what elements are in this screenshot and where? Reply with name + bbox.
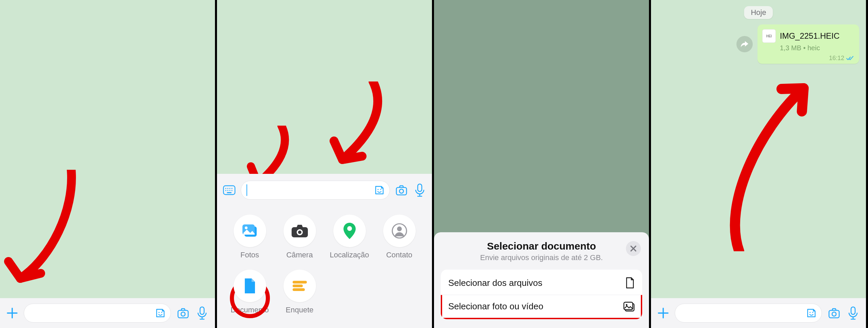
sticker-icon[interactable] xyxy=(374,185,385,196)
message-text-input[interactable] xyxy=(675,304,822,323)
svg-point-16 xyxy=(380,189,381,190)
read-ticks-icon xyxy=(846,56,854,61)
attach-document[interactable]: Documento xyxy=(226,270,273,314)
document-action-sheet: Selecionar documento Envie arquivos orig… xyxy=(434,232,649,328)
attach-plus-button[interactable] xyxy=(657,307,669,319)
svg-point-22 xyxy=(245,226,248,229)
file-name: IMG_2251.HEIC xyxy=(780,31,840,41)
attach-contact[interactable]: Contato xyxy=(376,215,422,259)
attach-label: Contato xyxy=(386,251,412,259)
svg-rect-19 xyxy=(418,184,422,192)
svg-rect-31 xyxy=(293,288,305,291)
mic-button[interactable] xyxy=(413,183,427,197)
option-label: Selecionar foto ou vídeo xyxy=(448,301,543,312)
svg-rect-39 xyxy=(851,307,855,314)
svg-point-38 xyxy=(832,312,836,316)
sheet-header: Selecionar documento Envie arquivos orig… xyxy=(441,240,642,262)
attach-location[interactable]: Localização xyxy=(326,215,373,259)
message-time-row: 16:12 xyxy=(762,55,854,62)
attach-photos[interactable]: Fotos xyxy=(226,215,273,259)
svg-point-12 xyxy=(230,190,231,191)
svg-point-18 xyxy=(399,189,403,193)
svg-point-9 xyxy=(232,188,233,189)
sticker-icon[interactable] xyxy=(155,308,166,318)
close-icon xyxy=(630,245,637,252)
message-input-bar xyxy=(0,298,215,328)
svg-point-34 xyxy=(626,304,628,306)
file-meta: 1,3 MB • heic xyxy=(780,44,854,52)
svg-rect-2 xyxy=(178,310,188,318)
attach-label: Fotos xyxy=(240,251,259,259)
close-button[interactable] xyxy=(626,241,641,256)
date-separator: Hoje xyxy=(744,6,773,19)
svg-point-3 xyxy=(181,312,185,316)
panel-step-1 xyxy=(0,0,217,328)
sticker-icon[interactable] xyxy=(806,308,817,318)
svg-rect-30 xyxy=(293,285,303,287)
option-label: Selecionar dos arquivos xyxy=(448,278,542,288)
attachment-sheet: Fotos Câmera Localização Contato xyxy=(217,174,432,328)
sheet-subtitle: Envie arquivos originais de até 2 GB. xyxy=(441,253,642,262)
svg-rect-17 xyxy=(396,187,407,195)
svg-point-15 xyxy=(377,189,378,190)
file-message-bubble[interactable]: HEI IMG_2251.HEIC 1,3 MB • heic 16:12 xyxy=(757,24,859,64)
mic-button[interactable] xyxy=(846,306,860,320)
forward-button[interactable] xyxy=(736,36,753,52)
svg-rect-5 xyxy=(223,186,235,195)
attach-label: Enquete xyxy=(286,306,314,314)
option-select-from-files[interactable]: Selecionar dos arquivos xyxy=(441,270,642,296)
attach-label: Localização xyxy=(330,251,369,259)
chat-background xyxy=(0,0,215,328)
panel-step-2: Fotos Câmera Localização Contato xyxy=(217,0,434,328)
attach-label: Documento xyxy=(231,306,269,314)
sheet-title: Selecionar documento xyxy=(441,240,642,252)
svg-point-6 xyxy=(225,188,226,189)
svg-rect-33 xyxy=(624,302,633,310)
panel-step-3: Selecionar documento Envie arquivos orig… xyxy=(434,0,651,328)
svg-point-11 xyxy=(228,190,229,191)
message-text-input[interactable] xyxy=(24,304,171,323)
attach-plus-button[interactable] xyxy=(6,307,18,319)
svg-point-26 xyxy=(347,226,352,231)
svg-point-13 xyxy=(232,190,233,191)
text-caret xyxy=(246,184,247,196)
svg-point-36 xyxy=(812,312,813,313)
camera-button[interactable] xyxy=(827,306,841,320)
svg-point-1 xyxy=(161,312,162,313)
svg-point-0 xyxy=(158,312,159,313)
message-text-input[interactable] xyxy=(241,181,390,200)
svg-point-25 xyxy=(298,231,301,234)
svg-point-35 xyxy=(809,312,810,313)
camera-button[interactable] xyxy=(395,183,408,197)
camera-button[interactable] xyxy=(176,306,190,320)
attachment-grid: Fotos Câmera Localização Contato xyxy=(217,204,432,328)
svg-point-10 xyxy=(225,190,226,191)
svg-rect-37 xyxy=(829,310,839,318)
forward-icon xyxy=(740,40,749,48)
svg-rect-29 xyxy=(293,281,307,284)
gallery-icon xyxy=(623,302,635,312)
sent-message-row: HEI IMG_2251.HEIC 1,3 MB • heic 16:12 xyxy=(736,24,859,64)
attach-label: Câmera xyxy=(286,251,313,259)
document-icon xyxy=(625,277,635,289)
attach-camera[interactable]: Câmera xyxy=(276,215,323,259)
svg-rect-4 xyxy=(200,307,204,314)
mic-button[interactable] xyxy=(195,306,209,320)
keyboard-button[interactable] xyxy=(222,183,236,197)
sheet-option-list: Selecionar dos arquivos Selecionar foto … xyxy=(441,270,642,319)
message-input-bar xyxy=(651,298,866,328)
file-thumbnail: HEI xyxy=(762,29,776,43)
attach-poll[interactable]: Enquete xyxy=(276,270,323,314)
option-select-photo-video[interactable]: Selecionar foto ou vídeo xyxy=(441,295,642,319)
svg-point-8 xyxy=(230,188,231,189)
svg-rect-14 xyxy=(227,192,232,193)
panel-step-4: Hoje HEI IMG_2251.HEIC 1,3 MB • heic 16:… xyxy=(651,0,868,328)
sheet-input-row xyxy=(217,177,432,204)
svg-point-28 xyxy=(397,226,402,231)
message-time: 16:12 xyxy=(829,55,844,62)
svg-point-7 xyxy=(228,188,229,189)
